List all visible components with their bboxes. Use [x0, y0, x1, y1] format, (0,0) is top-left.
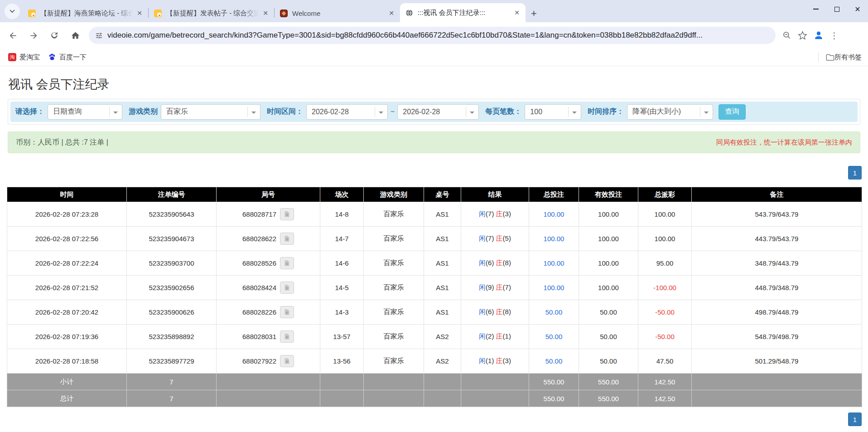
- close-button[interactable]: ✕: [847, 0, 868, 18]
- query-button[interactable]: 查询: [719, 104, 746, 120]
- bookmark-baidu[interactable]: 百度一下: [48, 53, 87, 62]
- column-header: 备注: [692, 187, 862, 202]
- per-page-label: 每页笔数：: [485, 107, 521, 116]
- baidu-paw-icon: [48, 53, 56, 61]
- refresh-icon: [50, 31, 59, 40]
- total-bet-link[interactable]: 100.00: [544, 259, 564, 267]
- tab-close-icon[interactable]: ✕: [261, 10, 270, 17]
- all-bookmarks-label: 所有书签: [834, 53, 862, 62]
- subtotal-payout: 142.50: [638, 374, 692, 390]
- table-row: 2026-02-28 07:21:52523235902656688028424…: [7, 276, 862, 300]
- cell-empty: [692, 390, 862, 407]
- total-bet-link[interactable]: 50.00: [545, 308, 563, 316]
- game-type-select[interactable]: 百家乐: [161, 104, 260, 120]
- column-header: 注单编号: [127, 187, 217, 202]
- window-controls: ✕: [805, 0, 868, 18]
- cell-bet-id: 523235904673: [127, 227, 217, 251]
- video-replay-button[interactable]: [280, 208, 294, 220]
- cell-result: 闲(6) 庄(8): [461, 251, 529, 276]
- total-bet-link[interactable]: 100.00: [544, 210, 564, 218]
- tab-search-button[interactable]: [5, 4, 20, 19]
- video-replay-button[interactable]: [280, 282, 294, 294]
- cell-total-bet: 100.00: [529, 276, 579, 300]
- menu-button[interactable]: ⋮: [830, 30, 839, 41]
- subtotal-row: 小计7550.00550.00142.50: [7, 374, 862, 390]
- total-bet-link[interactable]: 50.00: [545, 357, 563, 365]
- video-replay-button[interactable]: [280, 257, 294, 269]
- total-payout: 142.50: [638, 390, 692, 407]
- cell-empty: [424, 374, 461, 390]
- cell-game-type: 百家乐: [364, 227, 424, 251]
- browser-toolbar: videoie.com/game/betrecord_search/kind3?…: [0, 22, 868, 49]
- bookmark-label: 爱淘宝: [19, 53, 40, 62]
- cell-table-no: AS1: [424, 202, 461, 227]
- bookmark-star-button[interactable]: [798, 31, 807, 40]
- minimize-icon: [813, 9, 819, 9]
- cell-valid-bet: 100.00: [579, 276, 638, 300]
- cell-payout: 95.00: [638, 251, 692, 276]
- total-bet-link[interactable]: 50.00: [545, 333, 563, 340]
- cell-round-id: 688027922: [217, 349, 320, 374]
- maximize-icon: [834, 7, 839, 12]
- table-row: 2026-02-28 07:18:58523235897729688027922…: [7, 349, 862, 374]
- page-title: 视讯 会员下注纪录: [8, 76, 110, 92]
- pagination-page-1-top[interactable]: 1: [848, 166, 862, 180]
- filter-bar: 请选择： 日期查询 游戏类别 百家乐 时间区间： 2026-02-28 ~ 20…: [10, 102, 858, 122]
- maximize-button[interactable]: [826, 0, 847, 18]
- cell-time: 2026-02-28 07:21:52: [7, 276, 127, 300]
- cell-valid-bet: 100.00: [579, 202, 638, 227]
- table-row: 2026-02-28 07:20:42523235900626688028226…: [7, 300, 862, 325]
- total-row: 总计7550.00550.00142.50: [7, 390, 862, 407]
- query-type-select[interactable]: 日期查询: [48, 104, 122, 120]
- tab-forum-1[interactable]: 【新提醒】海燕策略论坛 - 综合 ✕: [23, 4, 148, 22]
- video-replay-button[interactable]: [280, 355, 294, 367]
- new-tab-button[interactable]: +: [531, 10, 537, 17]
- sort-order-label: 时间排序：: [588, 107, 624, 116]
- bookmark-taobao[interactable]: 淘 爱淘宝: [8, 53, 40, 62]
- tab-close-icon[interactable]: ✕: [513, 9, 521, 16]
- zoom-button[interactable]: [782, 31, 791, 40]
- tab-close-icon[interactable]: ✕: [135, 10, 144, 17]
- cell-note: 543.79/643.79: [692, 202, 862, 227]
- total-bet-link[interactable]: 100.00: [544, 235, 564, 243]
- bookmarks-bar: 淘 爱淘宝 百度一下 所有书签: [0, 49, 868, 66]
- cell-result: 闲(7) 庄(5): [461, 227, 529, 251]
- bookmark-label: 百度一下: [59, 53, 87, 62]
- profile-avatar[interactable]: [814, 30, 824, 40]
- date-from-select[interactable]: 2026-02-28: [306, 104, 388, 120]
- total-bet-link[interactable]: 100.00: [544, 284, 564, 291]
- all-bookmarks[interactable]: 所有书签: [818, 53, 862, 62]
- home-button[interactable]: [67, 27, 83, 44]
- sort-order-select[interactable]: 降幂(由大到小): [627, 104, 713, 120]
- star-icon: [798, 31, 807, 40]
- tab-close-icon[interactable]: ✕: [387, 10, 395, 17]
- cell-result: 闲(6) 庄(8): [461, 300, 529, 325]
- cell-empty: [320, 374, 364, 390]
- cell-payout: -50.00: [638, 300, 692, 325]
- back-button[interactable]: [5, 27, 21, 44]
- cell-valid-bet: 100.00: [579, 251, 638, 276]
- tab-forum-2[interactable]: 【新提醒】发表帖子 - 综合交流 ✕: [149, 4, 274, 22]
- tab-bet-record-active[interactable]: :::视讯 会员下注纪录::: ✕: [400, 3, 526, 22]
- summary-bar: 币别：人民币 | 总共 :7 注单 | 同局有效投注，统一计算在该局第一张注单内: [8, 131, 860, 153]
- video-replay-icon: [284, 284, 290, 291]
- per-page-select[interactable]: 100: [525, 104, 581, 120]
- column-header: 总投注: [529, 187, 579, 202]
- minimize-button[interactable]: [805, 0, 826, 18]
- video-replay-button[interactable]: [280, 306, 294, 318]
- date-to-select[interactable]: 2026-02-28: [397, 104, 479, 120]
- video-replay-button[interactable]: [280, 233, 294, 245]
- folder-icon: [826, 53, 834, 61]
- tab-welcome[interactable]: Welcome ✕: [275, 4, 400, 22]
- forward-button[interactable]: [25, 27, 42, 44]
- video-replay-icon: [284, 235, 290, 242]
- cell-round-id: 688028717: [217, 202, 320, 227]
- site-info-icon: [95, 32, 103, 39]
- refresh-button[interactable]: [46, 27, 63, 44]
- url-bar[interactable]: videoie.com/game/betrecord_search/kind3?…: [89, 27, 776, 44]
- pagination-page-1-bottom[interactable]: 1: [848, 413, 862, 426]
- video-replay-icon: [284, 211, 290, 218]
- video-replay-button[interactable]: [280, 330, 294, 343]
- cell-session: 14-6: [320, 251, 364, 276]
- cell-round-id: 688028031: [217, 325, 320, 349]
